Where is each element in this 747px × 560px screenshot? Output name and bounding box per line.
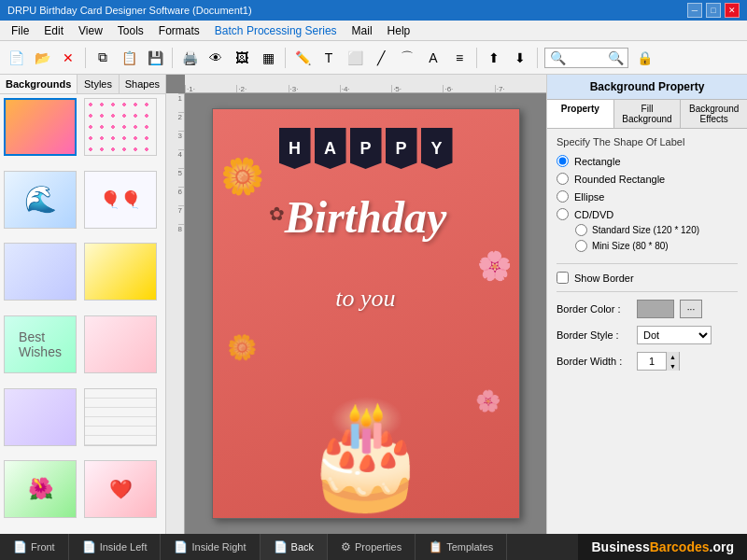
thumb-10[interactable]	[84, 388, 157, 446]
tab-backgrounds[interactable]: Backgrounds	[0, 75, 78, 93]
image-button[interactable]: 🖼	[230, 46, 254, 70]
v-mark-2: 2	[178, 112, 184, 131]
shape-radio-group: Rectangle Rounded Rectangle Ellipse CD/D…	[557, 155, 738, 252]
upload-button[interactable]: ⬆	[482, 46, 506, 70]
arc-button[interactable]: ⌒	[395, 46, 419, 70]
thumb-4[interactable]: 🎈🎈	[84, 171, 157, 229]
v-mark-1: 1	[178, 93, 184, 112]
sep4	[476, 48, 477, 68]
tab-styles[interactable]: Styles	[78, 75, 119, 93]
tab-front[interactable]: 📄 Front	[0, 534, 69, 560]
radio-rounded-rect-input[interactable]	[557, 173, 569, 185]
zoom-in-button[interactable]: 🔍	[549, 46, 566, 70]
menu-help[interactable]: Help	[380, 22, 418, 39]
prop-tab-property[interactable]: Property	[547, 100, 614, 128]
prop-tab-effects[interactable]: Background Effects	[681, 100, 747, 128]
thumb-6[interactable]	[84, 243, 157, 301]
thumb-7[interactable]: BestWishes	[4, 315, 77, 373]
cd-mini-option[interactable]: Mini Size (80 * 80)	[575, 240, 738, 252]
border-width-input[interactable]: 1	[638, 353, 666, 370]
menu-tools[interactable]: Tools	[110, 22, 151, 39]
left-tab-bar: Backgrounds Styles Shapes	[0, 75, 165, 94]
radio-rounded-rect[interactable]: Rounded Rectangle	[557, 173, 738, 185]
canvas-content: 🌼 🌸 🌼 ✿ 🌸 H A P P Y Birthday to you 🎂	[185, 93, 546, 534]
border-width-row: Border Width : 1 ▲ ▼	[557, 352, 738, 371]
preview-button[interactable]: 👁	[204, 46, 228, 70]
print-button[interactable]: 🖨️	[177, 46, 202, 70]
toolbar: 📄 📂 ✕ ⧉ 📋 💾 🖨️ 👁 🖼 ▦ ✏️ T ⬜ ╱ ⌒ A ≡ ⬆ ⬇ …	[0, 41, 747, 75]
font-button[interactable]: A	[421, 46, 445, 70]
lock-button[interactable]: 🔒	[632, 46, 656, 70]
save-button[interactable]: 💾	[143, 46, 167, 70]
thumb-8[interactable]	[84, 315, 157, 373]
radio-cd-dvd-input[interactable]	[557, 208, 569, 220]
radio-ellipse-input[interactable]	[557, 190, 569, 203]
tab-inside-right[interactable]: 📄 Inside Right	[161, 534, 260, 560]
card-canvas[interactable]: 🌼 🌸 🌼 ✿ 🌸 H A P P Y Birthday to you 🎂	[212, 108, 520, 519]
menu-formats[interactable]: Formats	[151, 22, 207, 39]
border-style-select[interactable]: Solid Dot Dash DashDot	[637, 326, 712, 344]
tab-front-label: Front	[31, 541, 55, 553]
sep2	[172, 48, 173, 68]
barcode-button[interactable]: ▦	[256, 46, 280, 70]
menu-mail[interactable]: Mail	[345, 22, 380, 39]
maximize-button[interactable]: □	[706, 3, 721, 18]
thumb-1[interactable]	[4, 98, 77, 156]
menu-batch-processing[interactable]: Batch Processing Series	[207, 22, 345, 39]
cd-dvd-section: CD/DVD Standard Size (120 * 120) Mini Si…	[557, 208, 738, 252]
radio-rectangle-label: Rectangle	[574, 156, 621, 167]
paste-button[interactable]: 📋	[117, 46, 141, 70]
open-button[interactable]: 📂	[30, 46, 54, 70]
thumb-11[interactable]: 🌺	[4, 460, 77, 518]
menu-file[interactable]: File	[4, 22, 36, 39]
tab-templates[interactable]: 📋 Templates	[416, 534, 507, 560]
tab-properties[interactable]: ⚙ Properties	[328, 534, 416, 560]
copy-button[interactable]: ⧉	[91, 46, 115, 70]
line-button[interactable]: ╱	[369, 46, 393, 70]
banner-flag-p2: P	[386, 128, 417, 169]
thumb-2[interactable]	[84, 98, 157, 156]
spin-up-button[interactable]: ▲	[666, 352, 679, 361]
pencil-button[interactable]: ✏️	[290, 46, 315, 70]
prop-tab-fill[interactable]: Fill Background	[614, 100, 682, 128]
download-button[interactable]: ⬇	[508, 46, 532, 70]
radio-rectangle[interactable]: Rectangle	[557, 155, 738, 167]
thumb-12[interactable]: ❤️	[84, 460, 157, 518]
tab-inside-left[interactable]: 📄 Inside Left	[69, 534, 162, 560]
cd-standard-input[interactable]	[575, 224, 587, 236]
thumb-5[interactable]	[4, 243, 77, 301]
thumb-9[interactable]	[4, 388, 77, 446]
border-style-label: Border Style :	[557, 329, 631, 341]
tab-shapes[interactable]: Shapes	[120, 75, 165, 93]
menu-view[interactable]: View	[71, 22, 110, 39]
canvas-area[interactable]: ·1· ·2· ·3· ·4· ·5· ·6· ·7· 1 2 3 4 5 6 …	[166, 75, 546, 534]
cd-standard-option[interactable]: Standard Size (120 * 120)	[575, 224, 738, 236]
close-doc-button[interactable]: ✕	[56, 46, 80, 70]
tab-front-icon: 📄	[13, 540, 27, 553]
minimize-button[interactable]: ─	[687, 3, 702, 18]
radio-rectangle-input[interactable]	[557, 155, 569, 167]
close-button[interactable]: ✕	[725, 3, 740, 18]
border-color-picker-button[interactable]: ···	[680, 300, 702, 318]
watermark-area: BusinessBarcodes.org	[578, 534, 747, 560]
align-button[interactable]: ≡	[447, 46, 472, 70]
new-button[interactable]: 📄	[4, 46, 28, 70]
shape-button[interactable]: ⬜	[343, 46, 367, 70]
left-panel: Backgrounds Styles Shapes 🌊 🎈🎈 BestWishe…	[0, 75, 166, 534]
tab-back[interactable]: 📄 Back	[261, 534, 328, 560]
cd-mini-input[interactable]	[575, 240, 587, 252]
cd-standard-label: Standard Size (120 * 120)	[592, 225, 699, 235]
zoom-out-button[interactable]: 🔍	[607, 46, 624, 70]
zoom-input[interactable]: 100%	[566, 52, 607, 63]
thumb-3[interactable]: 🌊	[4, 171, 77, 229]
divider-1	[557, 263, 738, 264]
radio-cd-dvd[interactable]: CD/DVD	[557, 208, 738, 220]
watermark-biz: Business	[591, 539, 649, 554]
border-color-swatch[interactable]	[637, 300, 674, 318]
menu-edit[interactable]: Edit	[36, 22, 71, 39]
text-button[interactable]: T	[317, 46, 341, 70]
radio-ellipse[interactable]: Ellipse	[557, 190, 738, 203]
spin-down-button[interactable]: ▼	[666, 361, 679, 371]
show-border-checkbox[interactable]	[557, 272, 569, 284]
tab-properties-icon: ⚙	[341, 540, 351, 553]
